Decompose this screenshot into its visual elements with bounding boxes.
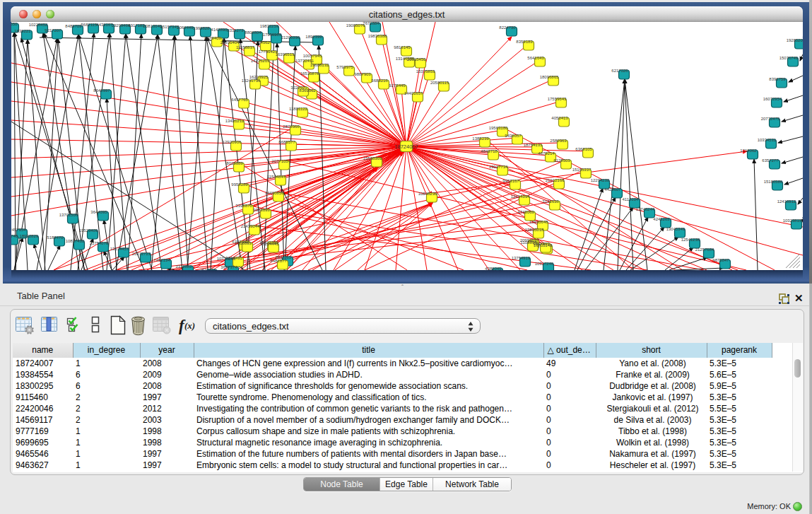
svg-text:16072954: 16072954 — [763, 97, 782, 101]
svg-text:15588301: 15588301 — [363, 156, 382, 160]
svg-text:11584847: 11584847 — [267, 175, 286, 179]
svg-text:16224441: 16224441 — [260, 242, 279, 246]
svg-text:13754919: 13754919 — [512, 256, 531, 260]
svg-text:18724007: 18724007 — [394, 144, 418, 150]
svg-text:8224730: 8224730 — [499, 25, 516, 30]
svg-text:12414394: 12414394 — [511, 194, 530, 199]
svg-text:20372723: 20372723 — [132, 252, 151, 256]
svg-text:19085076: 19085076 — [346, 23, 365, 28]
svg-text:2457954: 2457954 — [11, 228, 26, 232]
svg-text:15375853: 15375853 — [416, 69, 435, 74]
svg-text:8336273: 8336273 — [227, 28, 244, 33]
svg-text:19523409: 19523409 — [79, 228, 98, 233]
svg-text:9875847: 9875847 — [712, 258, 729, 262]
svg-text:8134562: 8134562 — [253, 40, 270, 45]
svg-text:5641643: 5641643 — [527, 56, 544, 60]
svg-text:13421212: 13421212 — [225, 119, 245, 123]
svg-text:21439044: 21439044 — [241, 224, 260, 228]
svg-text:6482877: 6482877 — [270, 259, 287, 263]
svg-text:13748244: 13748244 — [636, 207, 655, 211]
svg-text:13701506: 13701506 — [59, 213, 78, 217]
svg-text:20580115: 20580115 — [430, 81, 449, 85]
svg-text:5793975: 5793975 — [336, 65, 353, 69]
svg-text:11558837: 11558837 — [236, 45, 255, 49]
svg-text:16415740: 16415740 — [11, 234, 18, 238]
svg-text:6368105: 6368105 — [575, 147, 592, 151]
svg-text:1385239: 1385239 — [472, 136, 489, 141]
svg-text:8359183: 8359183 — [516, 40, 533, 44]
svg-text:3220921: 3220921 — [290, 86, 307, 90]
svg-text:9837869: 9837869 — [533, 242, 550, 246]
svg-text:19017734: 19017734 — [489, 165, 508, 169]
svg-text:13146585: 13146585 — [396, 57, 415, 61]
svg-text:9816145: 9816145 — [394, 45, 411, 49]
svg-text:18754131: 18754131 — [524, 143, 543, 147]
svg-text:21200396: 21200396 — [281, 35, 300, 40]
svg-text:5685216: 5685216 — [371, 78, 388, 83]
svg-text:3644095: 3644095 — [90, 210, 107, 214]
svg-text:9214491: 9214491 — [225, 256, 242, 260]
svg-text:19285201: 19285201 — [787, 38, 803, 42]
svg-text:2077105: 2077105 — [271, 159, 288, 163]
svg-text:19836388: 19836388 — [368, 34, 387, 38]
svg-text:4050413: 4050413 — [551, 116, 568, 120]
svg-text:3333883: 3333883 — [175, 264, 192, 269]
svg-text:4143890: 4143890 — [211, 28, 228, 32]
svg-text:5188470: 5188470 — [47, 235, 64, 240]
svg-text:21012166: 21012166 — [546, 178, 565, 182]
svg-text:14460856: 14460856 — [265, 191, 284, 195]
svg-text:19563180: 19563180 — [489, 126, 508, 130]
svg-text:20031404: 20031404 — [220, 40, 240, 45]
svg-text:10228452: 10228452 — [29, 23, 48, 27]
svg-text:2580963: 2580963 — [550, 139, 567, 143]
svg-text:7671884: 7671884 — [363, 22, 379, 25]
svg-text:17956909: 17956909 — [263, 33, 282, 37]
svg-text:6306893: 6306893 — [235, 241, 252, 245]
svg-text:2876966: 2876966 — [283, 124, 300, 129]
svg-text:11881122: 11881122 — [289, 107, 307, 111]
svg-text:9887903: 9887903 — [354, 72, 371, 76]
svg-text:3395870: 3395870 — [235, 204, 252, 208]
svg-text:3677374: 3677374 — [220, 265, 237, 269]
svg-text:20772475: 20772475 — [761, 117, 780, 121]
svg-text:9953167: 9953167 — [502, 179, 519, 183]
svg-text:9275445: 9275445 — [389, 83, 406, 88]
svg-text:10057945: 10057945 — [303, 54, 322, 58]
svg-text:6217026: 6217026 — [611, 69, 628, 73]
svg-text:21754078: 21754078 — [90, 241, 109, 245]
svg-text:14275203: 14275203 — [251, 59, 270, 63]
svg-text:15076749: 15076749 — [779, 56, 799, 60]
svg-text:10323815: 10323815 — [783, 218, 802, 223]
svg-text:12416912: 12416912 — [777, 199, 796, 204]
svg-text:8396759: 8396759 — [769, 77, 786, 81]
svg-text:13805018: 13805018 — [525, 228, 544, 232]
svg-text:13241736: 13241736 — [242, 78, 261, 83]
svg-text:8489709: 8489709 — [65, 24, 82, 28]
svg-text:8029889: 8029889 — [226, 161, 243, 165]
svg-text:16510878: 16510878 — [300, 71, 319, 76]
svg-text:8079409: 8079409 — [204, 36, 221, 40]
svg-text:9983893: 9983893 — [253, 208, 270, 212]
svg-text:8806804: 8806804 — [245, 30, 261, 35]
svg-text:4679214: 4679214 — [538, 151, 555, 156]
svg-text:4843718: 4843718 — [481, 149, 498, 153]
svg-text:10327246: 10327246 — [535, 262, 554, 266]
svg-text:4735650: 4735650 — [11, 22, 18, 26]
svg-text:19688132: 19688132 — [310, 63, 329, 67]
svg-text:6357277: 6357277 — [762, 158, 779, 163]
svg-text:2066449: 2066449 — [177, 25, 194, 30]
svg-text:6457765: 6457765 — [231, 98, 248, 102]
svg-text:15180586: 15180586 — [764, 180, 783, 184]
svg-text:16396513: 16396513 — [276, 52, 295, 57]
svg-text:9958289: 9958289 — [231, 182, 248, 187]
svg-text:13134457: 13134457 — [110, 247, 129, 251]
svg-text:13910648: 13910648 — [529, 220, 548, 224]
svg-text:13045349: 13045349 — [666, 227, 686, 231]
svg-text:4743069: 4743069 — [517, 210, 534, 214]
svg-text:4245263: 4245263 — [653, 217, 670, 221]
svg-text:10848230: 10848230 — [418, 192, 437, 196]
svg-text:17559643: 17559643 — [548, 97, 567, 101]
svg-text:8685577: 8685577 — [278, 140, 295, 144]
svg-text:4429607: 4429607 — [604, 187, 621, 192]
svg-text:5682115: 5682115 — [81, 23, 98, 27]
